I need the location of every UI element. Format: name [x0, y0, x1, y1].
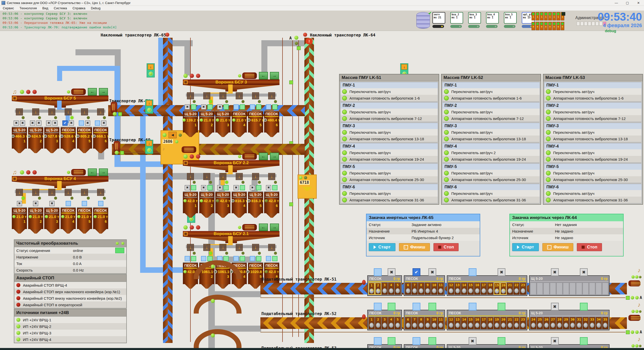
- section-checkbox[interactable]: [580, 303, 588, 311]
- silo-cell[interactable]: [556, 283, 562, 295]
- gate-icon[interactable]: [252, 173, 259, 180]
- silo-cell[interactable]: 7: [412, 283, 418, 295]
- silo-cell[interactable]: 5: [395, 317, 401, 329]
- gate-icon[interactable]: [187, 92, 194, 99]
- section-checkbox[interactable]: [374, 337, 382, 345]
- bin[interactable]: ПЕСОК 21.0 т 6: [93, 207, 108, 229]
- gate-icon[interactable]: [16, 108, 23, 115]
- bin[interactable]: ПЕСОК 668.1 т 6: [93, 127, 108, 149]
- silo-cell[interactable]: 11: [438, 283, 444, 295]
- bin-checkbox[interactable]: [272, 185, 277, 190]
- gate-icon[interactable]: [219, 173, 226, 180]
- section-checkbox[interactable]: [498, 337, 505, 345]
- move-left-button[interactable]: ←: [259, 153, 268, 160]
- bin-checkbox[interactable]: [250, 256, 255, 261]
- bin-checkbox[interactable]: [201, 256, 206, 261]
- bin-checkbox[interactable]: [46, 120, 51, 126]
- silo-cell[interactable]: 21: [507, 283, 513, 295]
- bin[interactable]: ПЕСОК 21.0 т 5: [77, 207, 92, 229]
- bin-checkbox[interactable]: [240, 185, 245, 190]
- gate-icon[interactable]: [187, 244, 194, 251]
- section-checkbox[interactable]: [551, 337, 559, 345]
- section-checkbox[interactable]: [580, 337, 588, 345]
- bin[interactable]: ПЕСОК 805.2 т 5: [77, 127, 92, 149]
- bin[interactable]: ПЕСОК 21.0 т 4: [232, 111, 247, 133]
- gate-icon[interactable]: [32, 189, 39, 196]
- bin[interactable]: Щ 5-20 816.3 т 5: [248, 191, 263, 213]
- silo-cell[interactable]: 9: [425, 317, 431, 329]
- bin-checkbox[interactable]: [217, 185, 222, 190]
- section-checkbox[interactable]: [388, 337, 395, 345]
- silo-cell[interactable]: 13: [455, 317, 461, 329]
- bin-checkbox[interactable]: [207, 104, 213, 110]
- section-checkbox[interactable]: [551, 268, 559, 276]
- bin-checkbox[interactable]: [66, 201, 71, 206]
- section-checkbox[interactable]: [413, 303, 420, 311]
- bin-checkbox[interactable]: [233, 256, 239, 261]
- bin-checkbox[interactable]: [33, 201, 38, 206]
- section-checkbox[interactable]: [388, 268, 395, 276]
- silo-cell[interactable]: 8: [418, 283, 424, 295]
- gate-icon[interactable]: [268, 173, 275, 180]
- silo-cell[interactable]: 25: [537, 317, 543, 329]
- bin-checkbox[interactable]: [185, 256, 190, 261]
- silo-cell[interactable]: [589, 283, 595, 295]
- transfer-cart-lk64[interactable]: 6718: [298, 174, 317, 199]
- gate-icon[interactable]: [81, 108, 88, 115]
- silo-cell[interactable]: 23: [520, 317, 526, 329]
- bin-checkbox[interactable]: [233, 185, 239, 190]
- silo-cell[interactable]: 6: [405, 317, 411, 329]
- gate-icon[interactable]: [236, 173, 243, 180]
- maximize-button[interactable]: ▢: [622, 1, 633, 5]
- bin-checkbox[interactable]: [191, 104, 196, 110]
- silo-cell[interactable]: [576, 283, 582, 295]
- silo-cell[interactable]: 12: [448, 317, 454, 329]
- silo-cell[interactable]: 3: [382, 283, 388, 295]
- gate-icon[interactable]: [219, 244, 226, 251]
- silo-cell[interactable]: 4: [388, 317, 394, 329]
- bin[interactable]: ПЕСОК 21.0 т 4: [61, 207, 76, 229]
- silo-cell[interactable]: 33: [589, 317, 595, 329]
- move-right-button[interactable]: →: [99, 168, 108, 176]
- bin-checkbox[interactable]: [185, 104, 190, 110]
- gate-icon[interactable]: [268, 244, 275, 251]
- silo-cell[interactable]: 8: [418, 317, 424, 329]
- bin-checkbox[interactable]: [207, 185, 213, 190]
- bin[interactable]: Щ 5-20 21.0 т 2: [199, 111, 214, 133]
- bin[interactable]: Щ 5-20 21.0 т 2: [28, 207, 43, 229]
- bin[interactable]: Щ 5-20 624.5 т 2: [28, 127, 43, 149]
- bin[interactable]: Щ 5-20 21.0 т 3: [215, 111, 230, 133]
- gate-icon[interactable]: [203, 244, 210, 251]
- controller-status[interactable]: bsu_2ms 1: [450, 12, 462, 28]
- section-checkbox[interactable]: [428, 303, 436, 311]
- bin-checkbox[interactable]: [266, 185, 271, 190]
- bin-checkbox[interactable]: [69, 120, 74, 126]
- silo-cell[interactable]: 35: [602, 317, 608, 329]
- bin-checkbox[interactable]: [98, 201, 103, 206]
- silo-cell[interactable]: 15: [468, 283, 474, 295]
- gate-icon[interactable]: [48, 108, 55, 115]
- section-checkbox[interactable]: [388, 303, 395, 311]
- gate-icon[interactable]: [187, 173, 194, 180]
- silo-cell[interactable]: 13: [455, 283, 461, 295]
- silo-cell[interactable]: 6: [405, 283, 411, 295]
- bin-checkbox[interactable]: [240, 104, 245, 110]
- bin-checkbox[interactable]: [14, 120, 19, 126]
- silo-cell[interactable]: 10: [431, 317, 437, 329]
- menu-item[interactable]: Технология: [17, 6, 40, 10]
- silo-cell[interactable]: 2: [375, 317, 381, 329]
- gate-icon[interactable]: [203, 92, 210, 99]
- silo-cell[interactable]: 20: [500, 283, 506, 295]
- bin[interactable]: Щ 5-20 816.3 т 4: [232, 191, 247, 213]
- gate-icon[interactable]: [268, 92, 275, 99]
- bin[interactable]: Щ 5-20 139.2 т 1: [183, 111, 198, 133]
- silo-cell[interactable]: [530, 283, 536, 295]
- bin-checkbox[interactable]: [36, 120, 42, 126]
- menu-item[interactable]: Справка: [70, 6, 88, 10]
- section-checkbox[interactable]: [374, 303, 382, 311]
- start-button[interactable]: Старт: [369, 243, 395, 251]
- bin-checkbox[interactable]: [223, 256, 229, 261]
- bin-checkbox[interactable]: [266, 104, 271, 110]
- section-checkbox[interactable]: [413, 337, 420, 345]
- bin-checkbox[interactable]: [266, 256, 271, 261]
